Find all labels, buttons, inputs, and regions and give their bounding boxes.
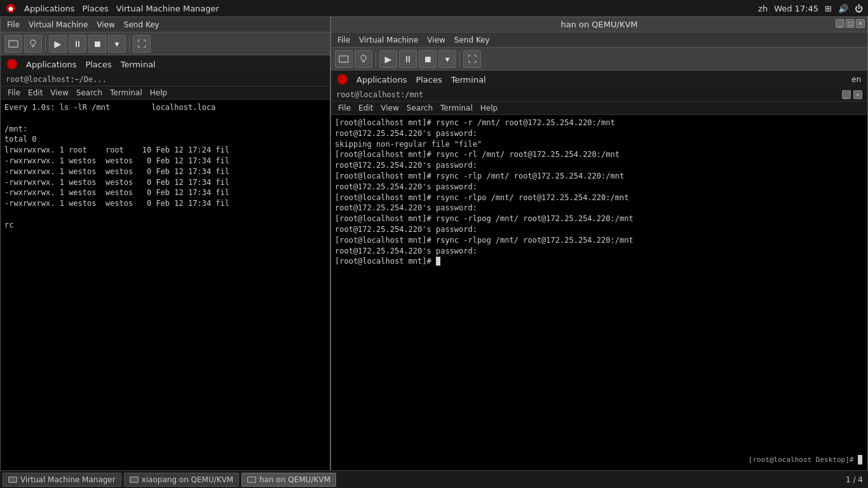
- win1-tmenu-help[interactable]: Help: [147, 88, 170, 98]
- sysbar-vm-manager[interactable]: Virtual Machine Manager: [116, 4, 219, 13]
- svg-point-4: [31, 40, 36, 45]
- win2-gnome-terminal[interactable]: Terminal: [451, 75, 486, 85]
- win2-stop-btn[interactable]: ⏹: [419, 50, 437, 68]
- sysbar-lang: zh: [758, 4, 768, 13]
- win2-toolbar-sep1: [376, 51, 376, 67]
- win1-menu-sendkey[interactable]: Send Key: [120, 19, 163, 30]
- win1-terminal-content: Every 1.0s: ls -lR /mnt localhost.loca /…: [1, 100, 330, 487]
- system-bar-left: ⬟ Applications Places Virtual Machine Ma…: [5, 3, 219, 14]
- win2-tmenu-file[interactable]: File: [335, 103, 354, 113]
- taskbar: Virtual Machine Manager xiaopang on QEMU…: [0, 470, 868, 488]
- win1-tmenu-edit[interactable]: Edit: [25, 88, 46, 98]
- win1-menu-file[interactable]: File: [3, 19, 24, 30]
- taskbar-xiaopang-label: xiaopang on QEMU/KVM: [142, 475, 234, 484]
- win2-terminal-content[interactable]: [root@localhost mnt]# rsync -r /mnt/ roo…: [331, 115, 867, 487]
- win2-tmenu-view[interactable]: View: [377, 103, 402, 113]
- win1-play-btn[interactable]: ▶: [49, 35, 67, 53]
- win1-bulb-btn[interactable]: [24, 35, 42, 53]
- win1-fullscreen-btn[interactable]: ⛶: [133, 35, 151, 53]
- win2-tmenu-terminal[interactable]: Terminal: [437, 103, 476, 113]
- redhat-icon: ⬟: [5, 3, 17, 14]
- win1-tmenu-search[interactable]: Search: [73, 88, 105, 98]
- win2-title: han on QEMU/KVM: [560, 20, 637, 29]
- win2-fullscreen-btn[interactable]: ⛶: [463, 50, 481, 68]
- t2-line2: root@172.25.254.220's password:: [335, 128, 864, 139]
- taskbar-vmm-label: Virtual Machine Manager: [20, 475, 116, 484]
- win1-gnome-applications[interactable]: Applications: [26, 60, 76, 69]
- win2-terminal-title: root@localhost:/mnt: [336, 90, 423, 99]
- term1-line11: [4, 209, 326, 220]
- term1-line6: -rwxrwxrwx. 1 westos westos 0 Feb 12 17:…: [4, 156, 326, 166]
- term1-line10: -rwxrwxrwx. 1 westos westos 0 Feb 12 17:…: [4, 198, 326, 209]
- win2-bulb-btn[interactable]: [355, 50, 372, 68]
- win2-dropdown-btn[interactable]: ▾: [438, 50, 456, 68]
- win2-gnome-applications[interactable]: Applications: [356, 75, 407, 85]
- win2-gnome-places[interactable]: Places: [416, 75, 442, 85]
- t2-line12: [root@localhost mnt]# rsync -rlpog /mnt/…: [335, 235, 864, 246]
- sysbar-time: Wed 17:45: [774, 4, 818, 13]
- win1-dropdown-btn[interactable]: ▾: [108, 35, 126, 53]
- win2-titlebar: han on QEMU/KVM _ □ ✕: [331, 17, 867, 32]
- win2-play-btn[interactable]: ▶: [379, 50, 397, 68]
- win2-maximize-btn[interactable]: □: [846, 19, 855, 28]
- win1-terminal-title: root@localhost:~/De...: [6, 75, 107, 84]
- win2-tmenu-help[interactable]: Help: [477, 103, 501, 113]
- win1-menu-vm[interactable]: Virtual Machine: [25, 19, 92, 30]
- win1-gnome-terminal[interactable]: Terminal: [121, 60, 156, 69]
- taskbar-han[interactable]: han on QEMU/KVM: [241, 473, 336, 487]
- win2-tmenu-search[interactable]: Search: [403, 103, 436, 113]
- win1-terminal-container: root@localhost:~/De... File Edit View Se…: [1, 73, 330, 487]
- win2-terminal-close[interactable]: ✕: [853, 90, 862, 99]
- window-han-kvm: han on QEMU/KVM _ □ ✕ File Virtual Machi…: [330, 17, 868, 488]
- term1-line9: -rwxrwxrwx. 1 westos westos 0 Feb 12 17:…: [4, 187, 326, 198]
- win2-menu-sendkey[interactable]: Send Key: [451, 34, 494, 46]
- sysbar-places[interactable]: Places: [82, 4, 108, 13]
- term1-line7: -rwxrwxrwx. 1 westos westos 0 Feb 12 17:…: [4, 166, 326, 177]
- win2-menu-file[interactable]: File: [334, 34, 354, 46]
- win1-tmenu-view[interactable]: View: [47, 88, 71, 98]
- t2-line5: root@172.25.254.220's password:: [335, 160, 864, 171]
- term1-line5: lrwxrwxrwx. 1 root root 10 Feb 12 17:24 …: [4, 145, 326, 156]
- win1-tmenu-terminal[interactable]: Terminal: [107, 88, 146, 98]
- win2-minimize-btn[interactable]: _: [836, 19, 844, 28]
- taskbar-vmm-icon: [8, 477, 17, 483]
- taskbar-han-label: han on QEMU/KVM: [259, 475, 330, 484]
- svg-rect-2: [9, 41, 18, 47]
- t2-line3: skipping non-regular file "file": [335, 139, 864, 150]
- term1-line4: total 0: [4, 134, 326, 145]
- win2-monitor-btn[interactable]: [335, 50, 353, 68]
- win2-close-btn[interactable]: ✕: [856, 19, 865, 28]
- win1-tmenu-file[interactable]: File: [4, 88, 24, 98]
- taskbar-vmm[interactable]: Virtual Machine Manager: [3, 473, 121, 487]
- term1-line12: rc: [4, 220, 326, 231]
- taskbar-page-indicator: 1 / 4: [846, 475, 865, 484]
- network-icon: ⊞: [825, 4, 832, 13]
- win1-gnome-places[interactable]: Places: [85, 60, 111, 69]
- win1-pause-btn[interactable]: ⏸: [69, 35, 86, 53]
- win2-gnome-topbar: Applications Places Terminal en: [331, 71, 867, 88]
- win1-stop-btn[interactable]: ⏹: [88, 35, 106, 53]
- t2-line7: root@172.25.254.220's password:: [335, 182, 864, 193]
- win2-tmenu-edit[interactable]: Edit: [355, 103, 376, 113]
- win2-toolbar-sep2: [459, 51, 460, 67]
- win1-gnome-topbar: Applications Places Terminal: [1, 55, 330, 73]
- svg-rect-11: [130, 477, 138, 482]
- terminal-cursor: [436, 257, 440, 266]
- sysbar-applications[interactable]: Applications: [24, 4, 74, 13]
- t2-line13: root@172.25.254.220's password:: [335, 246, 864, 257]
- win2-menu-vm[interactable]: Virtual Machine: [355, 34, 422, 46]
- svg-rect-6: [339, 56, 348, 62]
- win2-menu-view[interactable]: View: [423, 34, 449, 46]
- svg-text:⬟: ⬟: [8, 6, 13, 12]
- win2-pause-btn[interactable]: ⏸: [399, 50, 417, 68]
- term1-line8: -rwxrwxrwx. 1 westos westos 0 Feb 12 17:…: [4, 177, 326, 188]
- win2-toolbar: ▶ ⏸ ⏹ ▾ ⛶: [331, 48, 867, 71]
- win2-terminal-minimize[interactable]: _: [842, 90, 851, 99]
- taskbar-xiaopang-icon: [130, 477, 139, 483]
- win1-terminal-titlebar: root@localhost:~/De...: [1, 73, 330, 86]
- win1-menu-view[interactable]: View: [93, 19, 118, 30]
- win2-redhat-icon: [337, 74, 348, 85]
- win1-monitor-btn[interactable]: [4, 35, 22, 53]
- svg-rect-12: [248, 477, 255, 482]
- taskbar-xiaopang[interactable]: xiaopang on QEMU/KVM: [124, 473, 240, 487]
